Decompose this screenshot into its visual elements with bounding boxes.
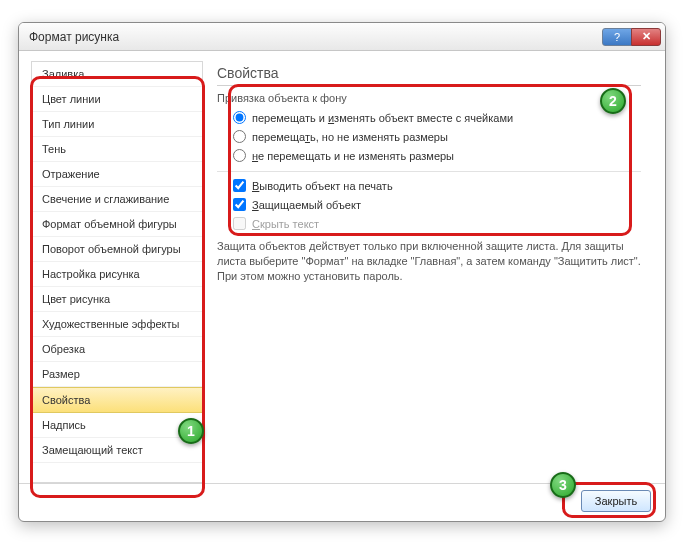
help-button[interactable]: ?	[602, 28, 632, 46]
category-sidebar: ЗаливкаЦвет линииТип линииТеньОтражениеС…	[31, 61, 203, 483]
annotation-badge-2: 2	[600, 88, 626, 114]
checkbox-input-0[interactable]	[233, 179, 246, 192]
sidebar-item-13[interactable]: Свойства	[32, 387, 202, 413]
sidebar-item-8[interactable]: Настройка рисунка	[32, 262, 202, 287]
checkbox-input-2	[233, 217, 246, 230]
titlebar-buttons: ? ✕	[603, 28, 661, 46]
properties-panel: Свойства Привязка объекта к фону перемещ…	[202, 61, 653, 483]
dialog-body: ЗаливкаЦвет линииТип линииТеньОтражениеС…	[19, 51, 665, 483]
sidebar-item-12[interactable]: Размер	[32, 362, 202, 387]
object-checkbox-0[interactable]: Выводить объект на печать	[233, 176, 641, 195]
sidebar-item-7[interactable]: Поворот объемной фигуры	[32, 237, 202, 262]
divider	[217, 171, 641, 172]
annotation-badge-3: 3	[550, 472, 576, 498]
positioning-radio-0[interactable]: перемещать и изменять объект вместе с яч…	[233, 108, 641, 127]
radio-input-1[interactable]	[233, 130, 246, 143]
positioning-radio-1[interactable]: перемещать, но не изменять размеры	[233, 127, 641, 146]
checkbox-label-2: Скрыть текст	[252, 218, 319, 230]
panel-heading: Свойства	[217, 65, 641, 86]
checkbox-label-1: Защищаемый объект	[252, 199, 361, 211]
sidebar-item-9[interactable]: Цвет рисунка	[32, 287, 202, 312]
radio-label-2: не перемещать и не изменять размеры	[252, 150, 454, 162]
close-button[interactable]: Закрыть	[581, 490, 651, 512]
protection-info: Защита объектов действует только при вкл…	[217, 239, 641, 284]
sidebar-item-4[interactable]: Отражение	[32, 162, 202, 187]
window-title: Формат рисунка	[29, 30, 603, 44]
radio-input-0[interactable]	[233, 111, 246, 124]
object-checkbox-2: Скрыть текст	[233, 214, 641, 233]
object-checkbox-1[interactable]: Защищаемый объект	[233, 195, 641, 214]
object-checkboxes: Выводить объект на печатьЗащищаемый объе…	[217, 176, 641, 233]
annotation-badge-1: 1	[178, 418, 204, 444]
sidebar-item-1[interactable]: Цвет линии	[32, 87, 202, 112]
sidebar-item-3[interactable]: Тень	[32, 137, 202, 162]
sidebar-item-6[interactable]: Формат объемной фигуры	[32, 212, 202, 237]
sidebar-item-2[interactable]: Тип линии	[32, 112, 202, 137]
radio-input-2[interactable]	[233, 149, 246, 162]
format-picture-dialog: Формат рисунка ? ✕ ЗаливкаЦвет линииТип …	[18, 22, 666, 522]
radio-label-1: перемещать, но не изменять размеры	[252, 131, 448, 143]
group-label: Привязка объекта к фону	[217, 92, 641, 104]
sidebar-item-5[interactable]: Свечение и сглаживание	[32, 187, 202, 212]
sidebar-item-14[interactable]: Надпись	[32, 413, 202, 438]
checkbox-label-0: Выводить объект на печать	[252, 180, 393, 192]
positioning-radio-2[interactable]: не перемещать и не изменять размеры	[233, 146, 641, 165]
radio-label-0: перемещать и изменять объект вместе с яч…	[252, 112, 513, 124]
close-window-button[interactable]: ✕	[631, 28, 661, 46]
sidebar-item-0[interactable]: Заливка	[32, 62, 202, 87]
checkbox-input-1[interactable]	[233, 198, 246, 211]
sidebar-item-15[interactable]: Замещающий текст	[32, 438, 202, 463]
sidebar-item-10[interactable]: Художественные эффекты	[32, 312, 202, 337]
titlebar: Формат рисунка ? ✕	[19, 23, 665, 51]
positioning-radios: перемещать и изменять объект вместе с яч…	[217, 108, 641, 165]
sidebar-item-11[interactable]: Обрезка	[32, 337, 202, 362]
